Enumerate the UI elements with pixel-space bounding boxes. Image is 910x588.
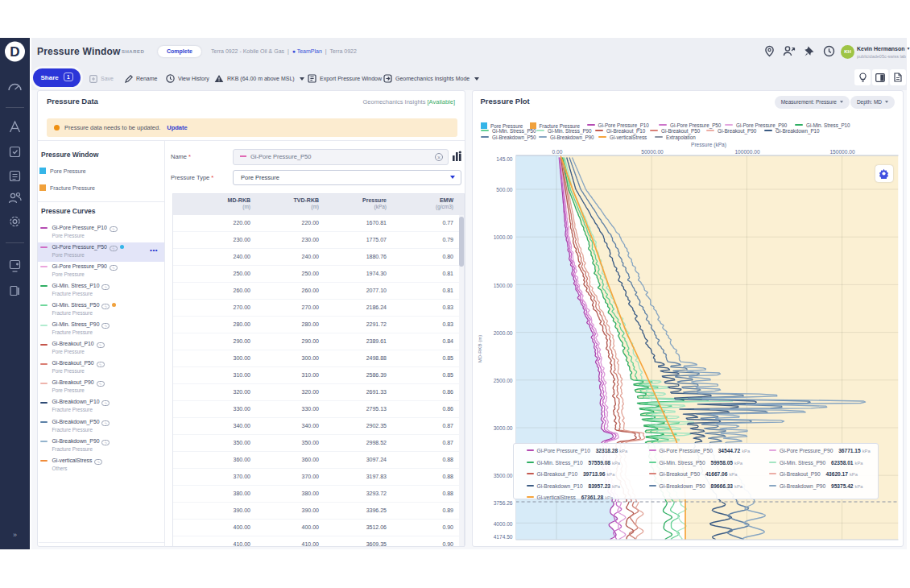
svg-text:»: » — [13, 531, 17, 539]
svg-text:D: D — [10, 44, 19, 60]
